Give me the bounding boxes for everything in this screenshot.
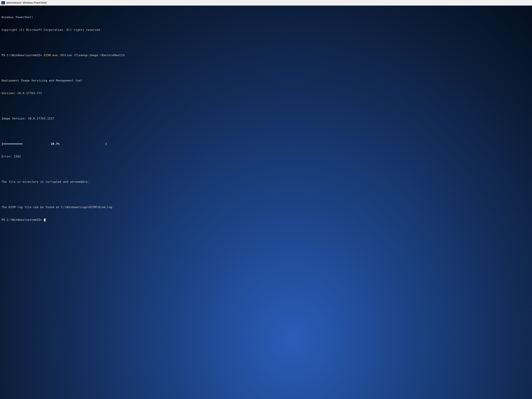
- terminal-command-line: PS C:\Windows\system32> DISM.exe /Online…: [1, 53, 531, 57]
- terminal-line-imageversion: Image Version: 10.0.17763.1217: [1, 116, 531, 120]
- powershell-icon: [1, 1, 5, 4]
- prompt: PS C:\Windows\system32>: [1, 54, 44, 57]
- terminal-line-toolname: Deployment Image Servicing and Managemen…: [1, 78, 531, 82]
- terminal-line-log-message: The DISM log file can be found at C:\Win…: [1, 205, 531, 209]
- blank-line: [1, 104, 531, 108]
- blank-line: [1, 167, 531, 171]
- progress-bar: [=========== 19.7% ]: [1, 142, 531, 146]
- cursor: [44, 219, 45, 221]
- blank-line: [1, 66, 531, 70]
- terminal-line-error-message: The file or directory is corrupted and u…: [1, 180, 531, 184]
- blank-line: [1, 192, 531, 196]
- powershell-window: Administrator: Windows PowerShell Window…: [0, 0, 532, 399]
- terminal-line-header: Windows PowerShell: [1, 15, 531, 19]
- command-arguments: /Online /Cleanup-Image /RestoreHealth: [58, 54, 125, 57]
- title-bar[interactable]: Administrator: Windows PowerShell: [0, 0, 532, 6]
- prompt: PS C:\Windows\system32>: [1, 218, 44, 221]
- terminal-current-prompt: PS C:\Windows\system32>: [1, 218, 531, 222]
- terminal-line-error-code: Error: 1392: [1, 154, 531, 158]
- command-executable: DISM.exe: [44, 54, 58, 57]
- terminal-line-copyright: Copyright (C) Microsoft Corporation. All…: [1, 28, 531, 32]
- blank-line: [1, 40, 531, 45]
- blank-line: [1, 129, 531, 133]
- terminal-line-version: Version: 10.0.17763.771: [1, 91, 531, 95]
- window-title: Administrator: Windows PowerShell: [6, 1, 47, 4]
- terminal-area[interactable]: Windows PowerShell Copyright (C) Microso…: [0, 6, 532, 399]
